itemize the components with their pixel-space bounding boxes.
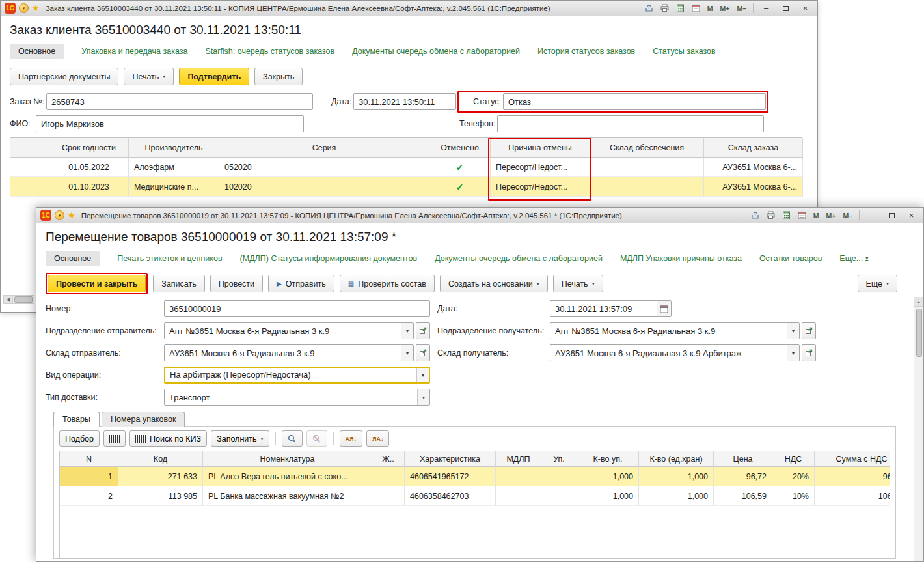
col-header-cancel-reason[interactable]: Причина отмены — [491, 138, 590, 158]
memory-m-plus-button[interactable]: M+ — [718, 5, 732, 12]
maximize-button[interactable] — [884, 210, 900, 221]
col-header-nomenclature[interactable]: Номенклатура — [203, 451, 372, 467]
more-button[interactable]: Еще▾ — [858, 275, 897, 292]
col-header-series[interactable]: Серия — [219, 138, 429, 158]
post-and-close-button[interactable]: Провести и закрыть — [48, 275, 146, 292]
chevron-down-icon[interactable]: ▾ — [417, 389, 429, 405]
search-button[interactable] — [282, 430, 303, 447]
tab-main[interactable]: Основное — [10, 44, 64, 59]
print-button[interactable]: Печать▾ — [124, 68, 174, 85]
col-header-n[interactable]: N — [60, 451, 118, 467]
nav-link-mdlp-refusal[interactable]: МДЛП Упаковки причины отказа — [620, 254, 742, 263]
vertical-scrollbar[interactable]: ▲ — [914, 297, 923, 561]
col-header-supply-warehouse[interactable]: Склад обеспечения — [590, 138, 704, 158]
col-header-price[interactable]: Цена — [714, 451, 772, 467]
col-header-qty-pack[interactable]: К-во уп. — [577, 451, 639, 467]
cancel-search-button[interactable] — [306, 430, 327, 447]
titlebar[interactable]: 1С ▾ ★ Заказ клиента 36510003440 от 30.1… — [1, 1, 817, 16]
warehouse-from-field[interactable]: АУ3651 Москва 6-я Радиальная 3 к.9▾ — [164, 344, 430, 361]
nav-link-lab-queue[interactable]: Документы очередь обмена с лабораторией — [435, 254, 603, 263]
nav-link-starfish-statuses[interactable]: Starfish: очередь статусов заказов — [205, 47, 334, 56]
calendar-icon[interactable] — [796, 210, 808, 221]
col-header-order-warehouse[interactable]: Склад заказа — [704, 138, 803, 158]
date-field[interactable]: 30.11.2021 13:57:09 — [550, 300, 672, 317]
col-header-code[interactable]: Код — [118, 451, 203, 467]
chevron-down-icon[interactable]: ▾ — [401, 345, 413, 361]
col-header-vat[interactable]: НДС — [772, 451, 815, 467]
fill-button[interactable]: Заполнить▾ — [211, 430, 269, 447]
print-icon[interactable] — [765, 210, 777, 221]
col-header-sum-vat[interactable]: Сумма с НДС — [815, 451, 890, 467]
scrollbar-thumb[interactable] — [14, 296, 33, 303]
open-icon[interactable] — [416, 344, 430, 361]
open-icon[interactable] — [802, 344, 816, 361]
tab-package-numbers[interactable]: Номера упаковок — [102, 412, 185, 427]
minimize-button[interactable]: – — [864, 210, 880, 221]
sort-ascending-button[interactable]: АЯ↓ — [340, 430, 362, 447]
nav-link-packaging[interactable]: Упаковка и передача заказа — [81, 47, 187, 56]
favorites-star-icon[interactable]: ★ — [68, 211, 75, 219]
main-menu-button[interactable]: ▾ — [19, 3, 29, 13]
nav-link-status-history[interactable]: История статусов заказов — [537, 47, 635, 56]
pick-button[interactable]: Подбор — [59, 430, 100, 447]
print-icon[interactable] — [659, 3, 671, 14]
write-button[interactable]: Записать — [153, 275, 204, 292]
minimize-button[interactable]: – — [758, 3, 774, 14]
calculator-icon[interactable] — [674, 3, 686, 14]
calculator-icon[interactable] — [780, 210, 793, 221]
dept-from-field[interactable]: Апт №3651 Москва 6-я Радиальная 3 к.9▾ — [164, 322, 430, 339]
horizontal-scrollbar[interactable]: ◀ — [3, 295, 34, 304]
favorites-star-icon[interactable]: ★ — [32, 4, 40, 12]
nav-link-mdlp-statuses[interactable]: (МДЛП) Статусы информирования документов — [240, 254, 418, 263]
calendar-icon[interactable] — [690, 3, 702, 14]
nav-more-button[interactable]: Еще...▾ — [839, 254, 868, 263]
scroll-left-icon[interactable]: ◀ — [4, 296, 13, 303]
check-composition-button[interactable]: ▦Проверить состав — [340, 275, 435, 292]
fio-input[interactable]: Игорь Маркизов — [36, 115, 304, 132]
nav-link-order-statuses[interactable]: Статусы заказов — [653, 47, 715, 56]
chevron-down-icon[interactable]: ▾ — [416, 368, 429, 382]
tab-main[interactable]: Основное — [46, 251, 100, 266]
table-row-selected[interactable]: 01.10.2023 Медицинские п... 102020 ✓ Пер… — [10, 177, 802, 197]
order-number-input[interactable]: 2658743 — [46, 93, 313, 110]
close-button[interactable]: × — [903, 210, 919, 221]
nav-link-stock[interactable]: Остатки товаров — [759, 254, 822, 263]
table-row[interactable]: 2 113 985 PL Банка массажная вакуумная №… — [60, 486, 890, 506]
memory-m-minus-button[interactable]: M– — [841, 212, 854, 219]
memory-m-button[interactable]: M — [705, 5, 715, 12]
col-header-zh[interactable]: Ж.. — [372, 451, 405, 467]
close-form-button[interactable]: Закрыть — [254, 68, 303, 85]
kiz-search-button[interactable]: Поиск по КИЗ — [129, 430, 207, 447]
chevron-down-icon[interactable]: ▾ — [787, 323, 799, 339]
memory-m-minus-button[interactable]: M– — [735, 5, 748, 12]
col-header-cancelled[interactable]: Отменено — [429, 138, 491, 158]
operation-type-field[interactable]: На арбитраж (Пересорт/Недостача)▾ — [164, 367, 430, 384]
chevron-down-icon[interactable]: ▾ — [787, 345, 799, 361]
col-header-qty-unit[interactable]: К-во (ед.хран) — [639, 451, 714, 467]
barcode-scan-button[interactable] — [103, 430, 126, 447]
col-header-characteristic[interactable]: Характеристика — [405, 451, 496, 467]
col-header-expiry[interactable]: Срок годности — [49, 138, 129, 158]
date-input[interactable]: 30.11.2021 13:50:11 — [353, 93, 456, 110]
calendar-icon[interactable] — [657, 301, 671, 316]
table-row-selected[interactable]: 1 271 633 PL Алоэ Вера гель питьевой с с… — [60, 467, 890, 486]
chevron-down-icon[interactable]: ▾ — [401, 323, 413, 339]
warehouse-to-field[interactable]: АУ3651 Москва 6-я Радиальная 3 к.9 Арбит… — [550, 344, 816, 361]
create-based-on-button[interactable]: Создать на основании▾ — [440, 275, 548, 292]
sort-descending-button[interactable]: ЯА↓ — [366, 430, 389, 447]
dept-to-field[interactable]: Апт №3651 Москва 6-я Радиальная 3 к.9▾ — [550, 322, 816, 339]
open-icon[interactable] — [416, 322, 430, 339]
partner-documents-button[interactable]: Партнерские документы — [10, 68, 118, 85]
tab-goods[interactable]: Товары — [53, 412, 100, 427]
scrollbar-thumb[interactable] — [916, 309, 922, 357]
phone-input[interactable] — [497, 115, 764, 132]
delivery-type-field[interactable]: Транспорт▾ — [164, 389, 430, 406]
main-menu-button[interactable]: ▾ — [55, 210, 64, 220]
confirm-button[interactable]: Подтвердить — [179, 68, 249, 85]
col-header-manufacturer[interactable]: Производитель — [129, 138, 219, 158]
get-link-icon[interactable] — [643, 3, 655, 14]
post-button[interactable]: Провести — [210, 275, 263, 292]
nav-link-labels[interactable]: Печать этикеток и ценников — [117, 254, 222, 263]
status-input[interactable]: Отказ — [503, 93, 766, 110]
send-button[interactable]: ▶Отправить — [268, 275, 334, 292]
